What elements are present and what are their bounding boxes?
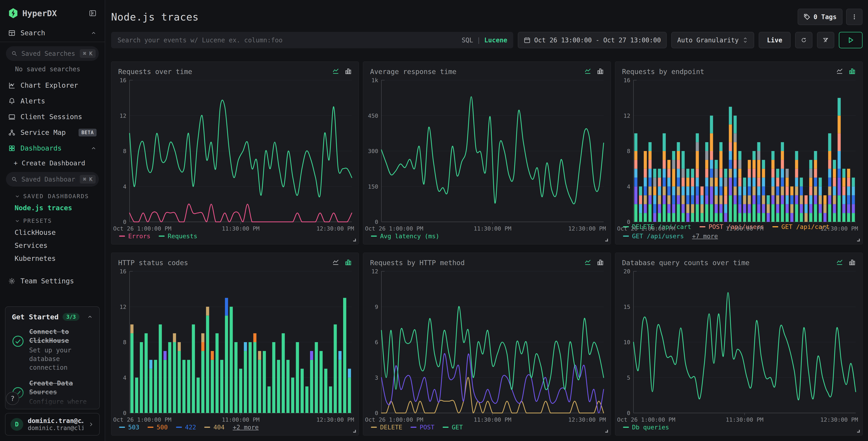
filter-button[interactable] bbox=[817, 32, 834, 48]
sidebar-item-chart-explorer[interactable]: Chart Explorer bbox=[0, 78, 105, 93]
legend-item[interactable]: Errors bbox=[119, 233, 151, 240]
panel-title: Database query counts over time bbox=[622, 259, 750, 267]
logo-row: HyperDX bbox=[0, 0, 105, 25]
chevron-up-icon[interactable] bbox=[87, 314, 93, 320]
resize-handle[interactable] bbox=[352, 429, 357, 434]
sidebar-item-dashboards[interactable]: Dashboards bbox=[0, 140, 105, 156]
sidebar-item-search[interactable]: Search bbox=[0, 25, 105, 41]
line-chart-toggle-icon[interactable] bbox=[836, 259, 843, 266]
monitor-icon bbox=[8, 113, 16, 120]
saved-searches-input[interactable] bbox=[21, 50, 76, 58]
create-dashboard-button[interactable]: + Create Dashboard bbox=[0, 156, 105, 170]
legend-item[interactable]: Db queries bbox=[623, 424, 669, 431]
legend-item[interactable]: GET /api/users bbox=[623, 233, 684, 240]
svg-text:12:30:00 PM: 12:30:00 PM bbox=[568, 225, 606, 232]
svg-text:12: 12 bbox=[623, 113, 630, 119]
svg-text:6: 6 bbox=[375, 339, 378, 346]
event-search-input[interactable] bbox=[117, 36, 462, 44]
refresh-button[interactable] bbox=[795, 32, 812, 48]
legend-more-link[interactable]: +2 more bbox=[233, 424, 259, 431]
resize-handle[interactable] bbox=[604, 429, 609, 434]
lucene-toggle[interactable]: Lucene bbox=[484, 36, 507, 44]
help-button[interactable]: ? bbox=[6, 392, 19, 405]
line-chart-toggle-icon[interactable] bbox=[584, 259, 592, 266]
sidebar-item-label: Client Sessions bbox=[21, 113, 97, 121]
event-search-box[interactable]: SQL | Lucene bbox=[111, 32, 513, 48]
preset-item-kubernetes[interactable]: Kubernetes bbox=[0, 252, 105, 265]
section-presets[interactable]: PRESETS bbox=[0, 214, 105, 226]
line-chart-toggle-icon[interactable] bbox=[584, 68, 592, 75]
sql-toggle[interactable]: SQL bbox=[462, 36, 473, 44]
svg-text:Oct 26 1:00:00 PM: Oct 26 1:00:00 PM bbox=[113, 416, 172, 423]
dashboard-item-nodejs-traces[interactable]: Node.js traces bbox=[0, 201, 105, 214]
line-chart-toggle-icon[interactable] bbox=[332, 68, 340, 75]
resize-handle[interactable] bbox=[604, 238, 609, 242]
hyperdx-logo-icon[interactable] bbox=[8, 8, 18, 19]
legend-item[interactable]: 503 bbox=[119, 424, 140, 431]
get-started-item-subtitle: Configure where your data comes from bbox=[29, 398, 93, 409]
panel-database-query-counts: Database query counts over time 05101520… bbox=[615, 253, 863, 436]
sidebar-item-alerts[interactable]: Alerts bbox=[0, 93, 105, 109]
resize-handle[interactable] bbox=[856, 238, 861, 242]
collapse-sidebar-icon[interactable] bbox=[89, 9, 97, 17]
sidebar-item-team-settings[interactable]: Team Settings bbox=[0, 273, 105, 289]
time-range-picker[interactable]: Oct 26 13:00:00 - Oct 27 13:00:00 bbox=[518, 32, 667, 48]
svg-text:12: 12 bbox=[120, 113, 126, 119]
preset-item-clickhouse[interactable]: ClickHouse bbox=[0, 226, 105, 239]
bar-chart-toggle-icon[interactable] bbox=[596, 68, 604, 75]
saved-dashboards-input[interactable] bbox=[21, 175, 76, 183]
svg-text:Oct 26 1:00:00 PM: Oct 26 1:00:00 PM bbox=[365, 225, 423, 232]
bar-chart-toggle-icon[interactable] bbox=[848, 68, 856, 75]
svg-text:12:30:00 PM: 12:30:00 PM bbox=[568, 416, 606, 423]
svg-text:450: 450 bbox=[368, 113, 378, 119]
saved-searches-search[interactable]: ⌘ K bbox=[6, 46, 99, 61]
line-chart-toggle-icon[interactable] bbox=[836, 68, 843, 75]
main-content: Node.js traces 0 Tags SQL | Lucene bbox=[105, 0, 868, 441]
granularity-select[interactable]: Auto Granularity bbox=[671, 32, 754, 48]
user-menu[interactable]: D dominic.tran@c… dominic.tran@cli… bbox=[5, 413, 100, 436]
legend-dash-icon bbox=[159, 236, 165, 237]
search-icon bbox=[11, 176, 17, 182]
get-started-title: Get Started bbox=[12, 313, 59, 321]
panel-requests-over-time: Requests over time 0481216Oct 26 1:00:00… bbox=[111, 61, 359, 244]
svg-text:16: 16 bbox=[120, 77, 126, 84]
legend-item[interactable]: Avg latency (ms) bbox=[371, 233, 439, 240]
bar-chart-toggle-icon[interactable] bbox=[344, 259, 352, 266]
legend-item[interactable]: 422 bbox=[176, 424, 196, 431]
bar-chart-toggle-icon[interactable] bbox=[596, 259, 604, 266]
get-started-item[interactable]: Connect to ClickHouse Set up your databa… bbox=[12, 327, 93, 372]
bar-chart-toggle-icon[interactable] bbox=[344, 68, 352, 75]
legend-dash-icon bbox=[410, 427, 416, 428]
legend-item[interactable]: Requests bbox=[159, 233, 197, 240]
run-query-button[interactable] bbox=[839, 32, 863, 48]
more-menu-button[interactable] bbox=[846, 9, 863, 25]
resize-handle[interactable] bbox=[352, 238, 357, 242]
dashboards-icon bbox=[8, 145, 16, 152]
section-saved-dashboards[interactable]: SAVED DASHBOARDS bbox=[0, 190, 105, 201]
legend-item[interactable]: DELETE bbox=[371, 424, 402, 431]
svg-text:0: 0 bbox=[627, 410, 630, 416]
get-started-item[interactable]: Create Data Sources Configure where your… bbox=[12, 379, 93, 409]
legend-item[interactable]: 500 bbox=[148, 424, 168, 431]
refresh-icon bbox=[801, 36, 807, 44]
live-button[interactable]: Live bbox=[759, 32, 790, 48]
tags-button[interactable]: 0 Tags bbox=[798, 9, 842, 25]
legend-item[interactable]: POST bbox=[410, 424, 434, 431]
preset-item-services[interactable]: Services bbox=[0, 239, 105, 252]
legend-more-link[interactable]: +7 more bbox=[692, 233, 718, 240]
resize-handle[interactable] bbox=[856, 429, 861, 434]
kbd-shortcut: ⌘ K bbox=[80, 175, 96, 184]
bar-chart-toggle-icon[interactable] bbox=[848, 259, 856, 266]
line-chart-toggle-icon[interactable] bbox=[332, 259, 340, 266]
live-label: Live bbox=[767, 36, 782, 44]
chart-svg: 0481216Oct 26 1:00:00 PM11:00:00 PM12:30… bbox=[617, 77, 859, 233]
sidebar-spacer bbox=[0, 289, 105, 306]
legend-item[interactable]: GET bbox=[443, 424, 463, 431]
saved-dashboards-search[interactable]: ⌘ K bbox=[6, 172, 99, 186]
legend-item[interactable]: 404 bbox=[204, 424, 224, 431]
sidebar-item-client-sessions[interactable]: Client Sessions bbox=[0, 109, 105, 125]
bell-icon bbox=[8, 97, 16, 105]
sidebar-item-service-map[interactable]: Service Map BETA bbox=[0, 125, 105, 140]
svg-text:15: 15 bbox=[623, 304, 630, 310]
legend-label: GET bbox=[452, 424, 463, 431]
